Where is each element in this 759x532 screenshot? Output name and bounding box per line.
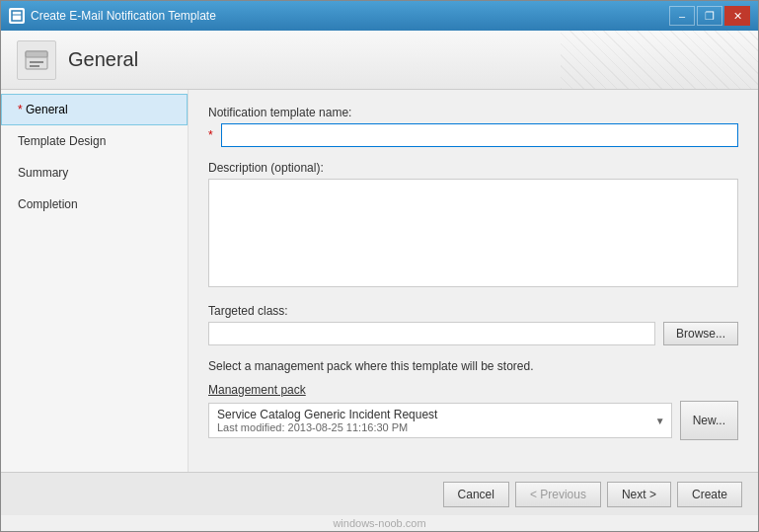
watermark: windows-noob.com [1, 515, 758, 531]
title-bar: Create E-Mail Notification Template – ❐ … [1, 1, 758, 31]
sidebar-item-template-design[interactable]: Template Design [1, 125, 188, 157]
previous-button[interactable]: < Previous [515, 482, 601, 507]
targeted-class-input[interactable] [208, 322, 655, 345]
app-icon [9, 8, 25, 24]
header-icon [17, 40, 56, 80]
restore-button[interactable]: ❐ [697, 6, 722, 26]
mgmt-pack-select-box[interactable]: Service Catalog Generic Incident Request… [208, 403, 672, 438]
mgmt-pack-arrow: ▼ [655, 416, 665, 426]
minimize-button[interactable]: – [669, 6, 695, 26]
svg-rect-4 [30, 61, 43, 63]
svg-rect-0 [12, 11, 22, 21]
title-bar-left: Create E-Mail Notification Template [9, 8, 216, 24]
sidebar: General Template Design Summary Completi… [1, 90, 189, 472]
name-label: Notification template name: [208, 106, 738, 119]
close-button[interactable]: ✕ [724, 6, 750, 26]
header-area: General [1, 31, 758, 90]
targeted-class-group: Targeted class: Browse... [208, 304, 738, 345]
main-window: Create E-Mail Notification Template – ❐ … [0, 0, 759, 532]
window-title: Create E-Mail Notification Template [31, 9, 216, 23]
new-button[interactable]: New... [680, 401, 738, 440]
mgmt-pack-main-text: Service Catalog Generic Incident Request [217, 408, 663, 421]
sidebar-item-general[interactable]: General [1, 94, 188, 125]
name-group: Notification template name: * [208, 106, 738, 147]
description-group: Description (optional): [208, 161, 738, 290]
sidebar-item-summary[interactable]: Summary [1, 157, 188, 189]
description-label: Description (optional): [208, 161, 738, 175]
sidebar-item-completion[interactable]: Completion [1, 189, 188, 220]
svg-rect-3 [26, 51, 47, 57]
browse-button[interactable]: Browse... [663, 322, 738, 345]
targeted-class-label: Targeted class: [208, 304, 738, 318]
mgmt-pack-sub-text: Last modified: 2013-08-25 11:16:30 PM [217, 421, 663, 433]
description-textarea[interactable] [208, 179, 738, 287]
title-bar-buttons: – ❐ ✕ [669, 6, 750, 26]
svg-rect-5 [30, 65, 39, 67]
footer: Cancel < Previous Next > Create [1, 472, 758, 515]
name-input[interactable] [221, 123, 738, 147]
header-pattern [561, 31, 758, 89]
mgmt-label: Management pack [208, 383, 738, 397]
next-button[interactable]: Next > [607, 482, 671, 507]
mgmt-pack-group: Management pack Service Catalog Generic … [208, 383, 738, 440]
name-required-star: * [208, 128, 213, 142]
right-content: Notification template name: * Descriptio… [189, 90, 758, 472]
create-button[interactable]: Create [677, 482, 742, 507]
info-text: Select a management pack where this temp… [208, 359, 738, 373]
cancel-button[interactable]: Cancel [443, 482, 509, 507]
main-content: General Template Design Summary Completi… [1, 90, 758, 472]
header-title: General [68, 48, 138, 71]
